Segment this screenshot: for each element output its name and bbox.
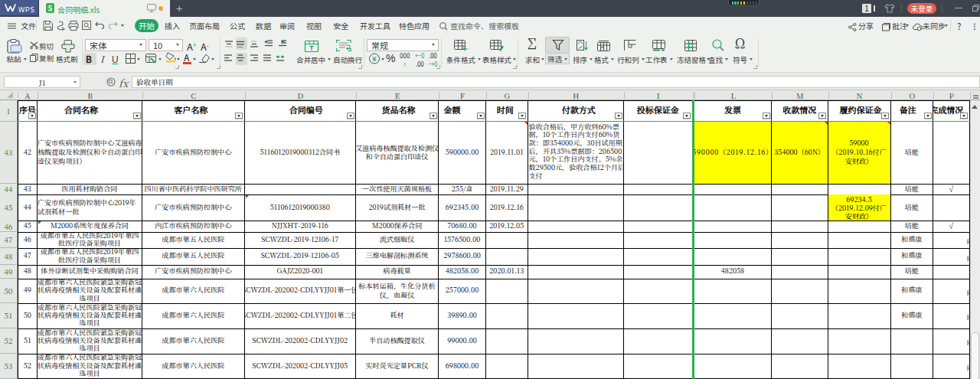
svg-text:S: S (48, 3, 53, 13)
